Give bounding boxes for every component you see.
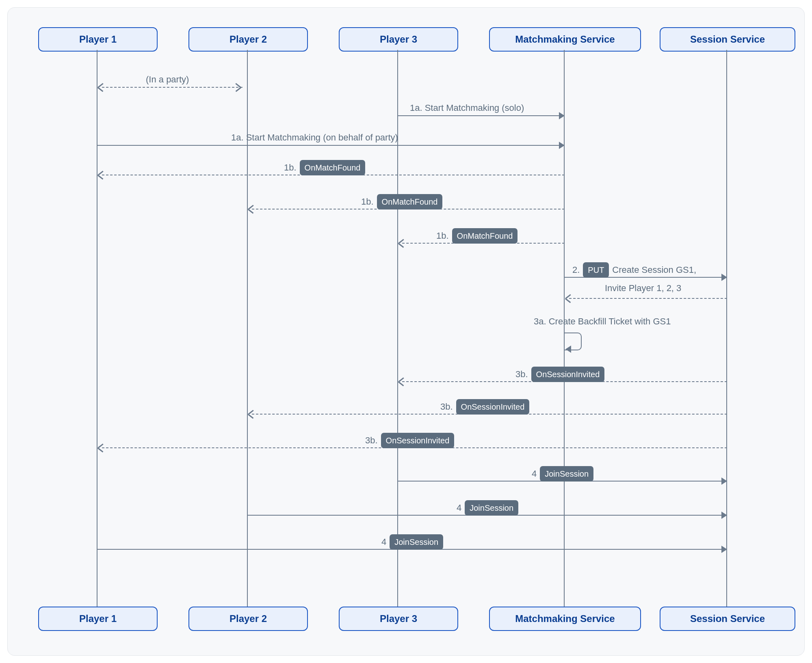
label-3b-p2: 3b. OnSessionInvited [440,399,529,415]
actor-label: Matchmaking Service [515,613,615,624]
label-2-line1: 2. PUT Create Session GS1, [572,262,696,278]
text: 3b. [515,369,528,380]
tag-put: PUT [583,262,609,278]
msg-1a-solo [398,115,559,117]
actor-label: Player 2 [230,34,267,45]
tag-joinsession: JoinSession [390,534,443,550]
actor-matchmaking-top: Matchmaking Service [489,27,641,52]
label-1b-p3: 1b. OnMatchFound [436,228,518,244]
text: 1a. Start Matchmaking (on behalf of part… [231,132,398,143]
arrowhead-right-icon [721,477,727,485]
arrowhead-right-icon [721,546,727,553]
actor-label: Player 1 [79,613,117,624]
label-1a-party: 1a. Start Matchmaking (on behalf of part… [231,132,398,143]
arrowhead-right-icon [559,112,565,119]
actor-matchmaking-bottom: Matchmaking Service [489,607,641,631]
tag-onmatchfound: OnMatchFound [377,194,443,209]
label-party-note: (In a party) [146,74,189,85]
arrowhead-right-icon [559,142,565,149]
lifeline-p1 [97,50,97,607]
actor-player1-bottom: Player 1 [38,607,158,631]
tag-onmatchfound: OnMatchFound [300,160,366,175]
actor-label: Player 3 [380,613,417,624]
actor-label: Player 2 [230,613,267,624]
text: 3b. [440,402,453,412]
actor-player3-top: Player 3 [339,27,458,52]
tag-joinsession: JoinSession [465,500,518,516]
actor-session-top: Session Service [660,27,795,52]
text: 4 [532,469,537,479]
text: 1a. Start Matchmaking (solo) [410,103,524,113]
text: (In a party) [146,74,189,85]
actor-session-bottom: Session Service [660,607,795,631]
tag-joinsession: JoinSession [540,466,593,482]
label-1b-p2: 1b. OnMatchFound [361,194,442,209]
label-1b-p1: 1b. OnMatchFound [284,160,365,175]
text: 1b. [361,197,374,207]
actor-player2-bottom: Player 2 [188,607,308,631]
label-3b-p1: 3b. OnSessionInvited [365,433,454,448]
text: 3b. [365,435,378,446]
actor-player3-bottom: Player 3 [339,607,458,631]
text: Create Session GS1, [612,265,696,275]
diagram-panel: Player 1 Player 2 Player 3 Matchmaking S… [7,7,805,656]
actor-label: Session Service [690,613,765,624]
text: 4 [381,537,386,547]
arrowhead-right-icon [721,512,727,519]
label-4-p2: 4 JoinSession [457,500,518,516]
actor-label: Session Service [690,34,765,45]
label-4-p1: 4 JoinSession [381,534,443,550]
tag-onsessioninvited: OnSessionInvited [531,367,605,382]
tag-onsessioninvited: OnSessionInvited [456,399,530,415]
actor-label: Player 3 [380,34,417,45]
actor-label: Player 1 [79,34,117,45]
text: 4 [457,503,461,513]
label-3a: 3a. Create Backfill Ticket with GS1 [534,316,671,327]
actor-player2-top: Player 2 [188,27,308,52]
text: 1b. [284,162,297,173]
actor-label: Matchmaking Service [515,34,615,45]
text: 1b. [436,231,449,241]
diagram-outer: Player 1 Player 2 Player 3 Matchmaking S… [0,0,812,663]
tag-onsessioninvited: OnSessionInvited [381,433,455,448]
tag-onmatchfound: OnMatchFound [452,228,518,244]
lifeline-mm [564,50,565,607]
label-4-p3: 4 JoinSession [532,466,593,482]
actor-player1-top: Player 1 [38,27,158,52]
text: Invite Player 1, 2, 3 [605,283,681,294]
label-1a-solo: 1a. Start Matchmaking (solo) [410,103,524,113]
text: 2. [572,265,580,275]
text: 3a. Create Backfill Ticket with GS1 [534,316,671,327]
arrowhead-left-icon [565,346,571,353]
label-2-line2: Invite Player 1, 2, 3 [605,283,681,294]
msg-1a-party [97,145,559,147]
msg-party-link [102,87,243,89]
arrowhead-right-icon [721,274,727,281]
msg-2-return [569,298,727,300]
lifeline-ss [726,50,727,607]
label-3b-p3: 3b. OnSessionInvited [515,367,604,382]
